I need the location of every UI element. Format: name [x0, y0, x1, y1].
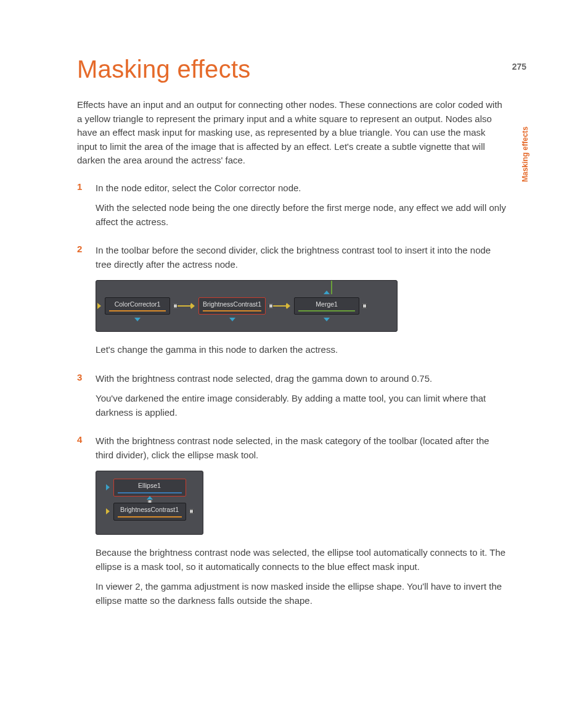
step-text: In the node editor, select the Color cor… [96, 181, 508, 196]
step-text: With the selected node being the one dir… [96, 201, 508, 229]
step-4: 4 With the brightness contrast node sele… [77, 434, 508, 614]
step-text: In viewer 2, the gamma adjustment is now… [96, 580, 508, 608]
node-diagram-1: ColorCorrector1 BrightnessContrast1 Merg… [96, 280, 398, 332]
step-text: In the toolbar before the second divider… [96, 244, 508, 271]
node-label: ColorCorrector1 [115, 300, 161, 308]
step-text: Because the brightness contrast node was… [96, 546, 508, 574]
page-number: 275 [512, 62, 526, 72]
connection-arrow-icon [273, 305, 287, 307]
page-title: Masking effects [77, 56, 520, 83]
step-text: You've darkened the entire image conside… [96, 392, 508, 419]
node-brightnesscontrast: BrightnessContrast1 [113, 503, 186, 521]
step-2: 2 In the toolbar before the second divid… [77, 244, 508, 363]
node-label: Ellipse1 [138, 482, 161, 489]
step-number: 3 [77, 372, 96, 426]
step-text: With the brightness contrast node select… [96, 434, 508, 462]
node-brightnesscontrast: BrightnessContrast1 [198, 297, 266, 315]
node-label: BrightnessContrast1 [120, 506, 179, 513]
step-1: 1 In the node editor, select the Color c… [77, 181, 508, 236]
step-text: Let's change the gamma in this node to d… [96, 343, 508, 357]
connection-arrow-icon [178, 305, 191, 307]
node-label: Merge1 [316, 300, 338, 308]
step-number: 4 [77, 434, 96, 614]
step-text: With the brightness contrast node select… [96, 372, 508, 386]
step-number: 2 [77, 244, 96, 363]
side-section-label: Masking effects [521, 126, 529, 182]
node-merge: Merge1 [294, 297, 359, 315]
step-3: 3 With the brightness contrast node sele… [77, 372, 508, 426]
node-label: BrightnessContrast1 [203, 300, 261, 308]
node-diagram-2: Ellipse1 BrightnessContrast1 [96, 471, 203, 535]
step-number: 1 [77, 181, 96, 236]
steps-list: 1 In the node editor, select the Color c… [77, 181, 508, 614]
intro-paragraph: Effects have an input and an output for … [77, 98, 502, 168]
node-colorcorrector: ColorCorrector1 [105, 297, 170, 315]
node-ellipse: Ellipse1 [113, 479, 186, 497]
